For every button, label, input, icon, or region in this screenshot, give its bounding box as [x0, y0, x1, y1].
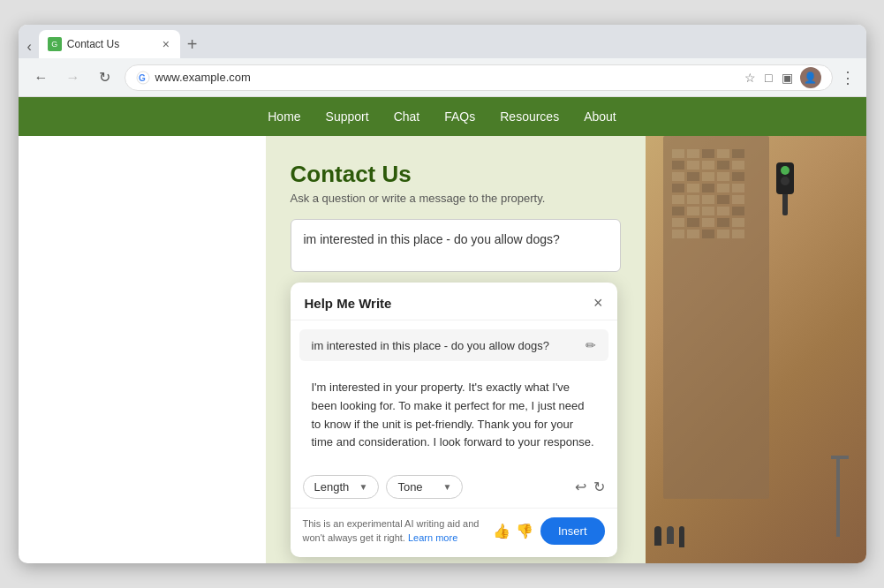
nav-bar: ← → ↻ G www.example.com ☆ □ ▣ 👤 ⋮: [19, 58, 866, 97]
google-icon: G: [136, 71, 150, 85]
nav-resources[interactable]: Resources: [500, 109, 559, 124]
traffic-light-green: [781, 166, 790, 175]
message-input-text: im interested in this place - do you all…: [304, 232, 560, 246]
back-btn[interactable]: ←: [29, 65, 54, 90]
hmw-title: Help Me Write: [305, 296, 392, 311]
city-bg-right: [646, 136, 866, 563]
active-tab[interactable]: G Contact Us ×: [39, 30, 180, 58]
center-panel: Contact Us Ask a question or write a mes…: [266, 136, 646, 563]
bookmark-btn[interactable]: ☆: [743, 69, 758, 87]
tab-bar-left: ‹: [26, 39, 34, 58]
length-select-wrapper[interactable]: Length Short Medium Long ▼: [303, 475, 380, 499]
message-input-box[interactable]: im interested in this place - do you all…: [291, 219, 621, 272]
address-bar[interactable]: G www.example.com ☆ □ ▣ 👤: [125, 64, 833, 91]
hmw-input-text: im interested in this place - do you all…: [312, 339, 578, 352]
page-title: Contact Us: [291, 161, 621, 188]
nav-faqs[interactable]: FAQs: [444, 109, 475, 124]
insert-btn[interactable]: Insert: [540, 517, 605, 545]
hmw-output-text: I'm interested in your property. It's ex…: [299, 368, 608, 463]
user-avatar[interactable]: 👤: [800, 67, 821, 88]
length-dropdown-arrow: ▼: [359, 482, 368, 492]
tab-close-btn[interactable]: ×: [161, 37, 171, 51]
tab-title: Contact Us: [67, 38, 155, 50]
hmw-redo-btn[interactable]: ↻: [593, 479, 605, 495]
browser-window: ‹ G Contact Us × + ← → ↻ G www.example.c…: [19, 25, 866, 563]
nav-support[interactable]: Support: [326, 109, 369, 124]
learn-more-link[interactable]: Learn more: [408, 532, 457, 543]
hmw-edit-icon[interactable]: ✏: [586, 338, 596, 352]
tab-dropdown-btn[interactable]: ‹: [26, 39, 34, 55]
address-icons: ☆ □ ▣ 👤: [743, 67, 820, 88]
hmw-close-btn[interactable]: ×: [593, 295, 603, 311]
help-me-write-panel: Help Me Write × im interested in this pl…: [291, 283, 617, 557]
nav-chat[interactable]: Chat: [394, 109, 420, 124]
tone-select-wrapper[interactable]: Tone Formal Casual Friendly ▼: [386, 475, 463, 499]
hmw-undo-btn[interactable]: ↩: [575, 479, 586, 495]
hmw-header: Help Me Write ×: [291, 283, 617, 320]
page-subtitle: Ask a question or write a message to the…: [291, 192, 621, 205]
new-tab-btn[interactable]: +: [182, 34, 203, 58]
traffic-light-box: [776, 162, 794, 194]
url-text: www.example.com: [155, 71, 738, 84]
extension-btn[interactable]: □: [763, 69, 774, 87]
hmw-input-row: im interested in this place - do you all…: [299, 329, 608, 361]
hmw-footer: This is an experimental AI writing aid a…: [291, 508, 617, 557]
nav-about[interactable]: About: [584, 109, 616, 124]
hmw-controls: Length Short Medium Long ▼ Tone Formal: [291, 470, 617, 508]
hmw-disclaimer: This is an experimental AI writing aid a…: [303, 517, 493, 545]
traffic-light-red: [781, 177, 790, 185]
tone-select[interactable]: Tone Formal Casual Friendly: [397, 480, 439, 494]
main-area: Contact Us Ask a question or write a mes…: [19, 136, 866, 563]
hmw-actions: ↩ ↻: [575, 479, 605, 495]
browser-menu-btn[interactable]: ⋮: [840, 68, 856, 87]
sidebar-btn[interactable]: ▣: [780, 69, 795, 87]
page-content: Home Support Chat FAQs Resources About: [19, 97, 866, 563]
svg-text:G: G: [139, 73, 146, 83]
hmw-thumbs: 👍 👎: [493, 523, 533, 539]
site-nav: Home Support Chat FAQs Resources About: [19, 97, 866, 136]
thumbs-down-btn[interactable]: 👎: [516, 523, 533, 539]
forward-btn[interactable]: →: [61, 65, 86, 90]
tab-bar: ‹ G Contact Us × +: [19, 25, 866, 58]
thumbs-up-btn[interactable]: 👍: [493, 523, 510, 539]
tone-dropdown-arrow: ▼: [442, 482, 451, 492]
length-select[interactable]: Length Short Medium Long: [314, 480, 356, 494]
tab-favicon: G: [48, 37, 62, 51]
nav-home[interactable]: Home: [268, 109, 300, 124]
reload-btn[interactable]: ↻: [93, 65, 117, 90]
